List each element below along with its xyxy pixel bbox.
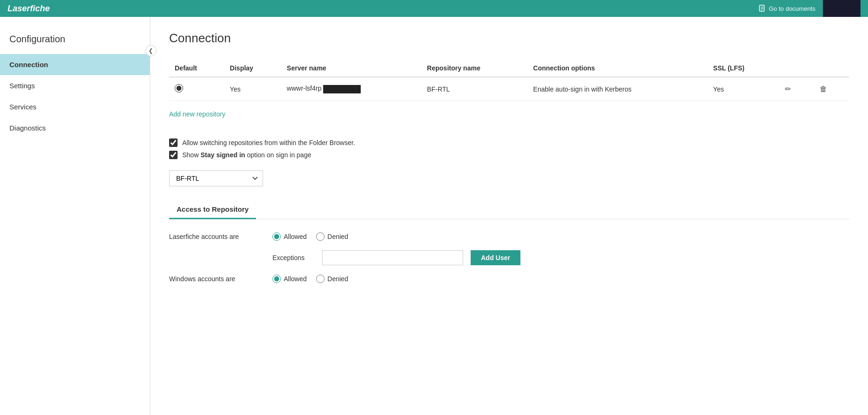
sidebar-item-services-label: Services (9, 103, 37, 111)
sidebar-item-connection[interactable]: Connection (0, 54, 150, 75)
layout: Configuration ❮ Connection Settings Serv… (0, 17, 868, 415)
sidebar-item-settings-label: Settings (9, 82, 35, 90)
laserfiche-denied-radio[interactable] (316, 232, 325, 241)
windows-allowed-label: Allowed (284, 275, 307, 283)
sidebar-item-diagnostics-label: Diagnostics (9, 124, 46, 132)
sidebar-item-settings[interactable]: Settings (0, 75, 150, 96)
go-to-docs-button[interactable]: Go to documents (759, 5, 815, 12)
sidebar-item-services[interactable]: Services (0, 96, 150, 117)
main-content: Connection Default Display Server name R… (150, 17, 868, 415)
col-ssl: SSL (LFS) (707, 60, 777, 77)
switch-repo-label: Allow switching repositories from within… (182, 139, 355, 146)
col-delete (812, 60, 849, 77)
windows-accounts-row: Windows accounts are Allowed Denied (169, 275, 849, 283)
stay-signed-checkbox-group: Show Stay signed in option on sign in pa… (169, 151, 849, 159)
col-edit (777, 60, 812, 77)
tab-access-to-repository[interactable]: Access to Repository (169, 200, 256, 219)
windows-allowed-radio[interactable] (272, 275, 281, 283)
windows-denied-radio[interactable] (316, 275, 325, 283)
windows-denied-option[interactable]: Denied (316, 275, 348, 283)
default-radio[interactable] (175, 84, 183, 92)
add-user-button[interactable]: Add User (471, 250, 520, 265)
laserfiche-allowed-label: Allowed (284, 233, 307, 240)
edit-icon[interactable]: ✏ (783, 83, 793, 95)
top-nav-right: Go to documents (759, 0, 860, 17)
access-tab-bar: Access to Repository (169, 200, 849, 219)
sidebar: Configuration ❮ Connection Settings Serv… (0, 17, 150, 415)
sidebar-title: Configuration (0, 26, 150, 54)
laserfiche-accounts-label: Laserfiche accounts are (169, 233, 272, 240)
document-icon (759, 5, 766, 12)
sidebar-item-connection-label: Connection (9, 61, 48, 69)
table-row: Yes wwwr-lsf4rp BF-RTL Enable auto-sign … (169, 77, 849, 101)
cell-delete-action[interactable]: 🗑 (812, 77, 849, 101)
windows-accounts-label: Windows accounts are (169, 275, 272, 283)
col-server-name: Server name (281, 60, 422, 77)
add-repository-link[interactable]: Add new repository (169, 110, 225, 118)
masked-server-text (323, 85, 361, 93)
cell-server-name: wwwr-lsf4rp (281, 77, 422, 101)
col-connection-options: Connection options (527, 60, 707, 77)
repository-table: Default Display Server name Repository n… (169, 60, 849, 101)
repository-dropdown[interactable]: BF-RTL (169, 170, 263, 186)
cell-repository-name: BF-RTL (421, 77, 527, 101)
switch-repo-checkbox-group: Allow switching repositories from within… (169, 138, 849, 147)
laserfiche-accounts-radio-group: Allowed Denied (272, 232, 348, 241)
laserfiche-denied-option[interactable]: Denied (316, 232, 348, 241)
app-logo: Laserfiche (8, 4, 50, 14)
laserfiche-allowed-option[interactable]: Allowed (272, 232, 307, 241)
sidebar-collapse-button[interactable]: ❮ (145, 45, 156, 56)
switch-repo-checkbox[interactable] (169, 138, 178, 147)
cell-display: Yes (224, 77, 281, 101)
cell-connection-options: Enable auto-sign in with Kerberos (527, 77, 707, 101)
laserfiche-allowed-radio[interactable] (272, 232, 281, 241)
windows-allowed-option[interactable]: Allowed (272, 275, 307, 283)
go-to-docs-label: Go to documents (769, 5, 815, 12)
exceptions-label: Exceptions (272, 254, 315, 261)
sidebar-item-diagnostics[interactable]: Diagnostics (0, 117, 150, 138)
exceptions-row: Exceptions Add User (272, 250, 849, 265)
cell-default (169, 77, 224, 101)
stay-signed-label: Show Stay signed in option on sign in pa… (182, 151, 311, 159)
page-title: Connection (169, 31, 849, 46)
windows-denied-label: Denied (327, 275, 348, 283)
cell-edit-action[interactable]: ✏ (777, 77, 812, 101)
col-repository-name: Repository name (421, 60, 527, 77)
delete-icon[interactable]: 🗑 (818, 83, 829, 95)
col-default: Default (169, 60, 224, 77)
laserfiche-denied-label: Denied (327, 233, 348, 240)
windows-accounts-radio-group: Allowed Denied (272, 275, 348, 283)
repository-dropdown-wrap: BF-RTL (169, 170, 849, 186)
stay-signed-checkbox[interactable] (169, 151, 178, 159)
laserfiche-accounts-row: Laserfiche accounts are Allowed Denied (169, 232, 849, 241)
user-menu[interactable] (823, 0, 860, 17)
cell-ssl: Yes (707, 77, 777, 101)
top-nav: Laserfiche Go to documents (0, 0, 868, 17)
col-display: Display (224, 60, 281, 77)
exceptions-input[interactable] (322, 250, 463, 265)
